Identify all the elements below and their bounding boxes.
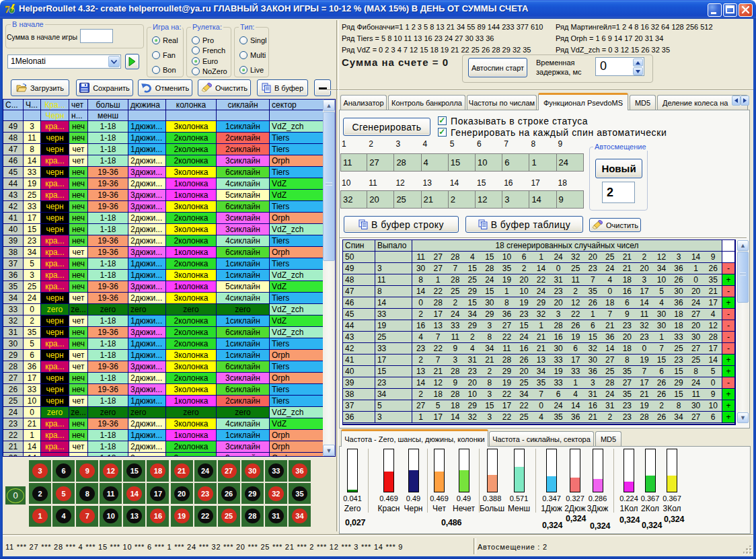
history-table-scrollbar[interactable]: ▲ ▼: [323, 100, 335, 456]
autospin-start-button[interactable]: Автоспин старт: [468, 58, 527, 77]
board-cell-20[interactable]: 20: [171, 483, 193, 505]
checkbox-show-status-box[interactable]: ✓: [438, 116, 447, 125]
board-cell-24[interactable]: 24: [194, 460, 217, 482]
history-scroll-thumb[interactable]: [323, 112, 335, 261]
clear-small-button[interactable]: Очистить: [589, 218, 641, 232]
table-row[interactable]: 2836кра...чет19-363дюжи...3колонка6сикла…: [3, 361, 324, 373]
freq-tab-1[interactable]: Частота - Zero, шансы, дюжины, колонки: [341, 429, 488, 447]
maximize-button[interactable]: [723, 3, 737, 17]
radio-real[interactable]: Real: [152, 36, 178, 44]
board-cell-26[interactable]: 26: [218, 483, 240, 505]
table-row[interactable]: 2321кра...неч19-362дюжи...3колонка4сикла…: [3, 418, 324, 430]
radio-pro[interactable]: Pro: [192, 36, 214, 44]
start-sum-input[interactable]: [80, 29, 113, 43]
copy-table-button[interactable]: В буфер таблицу: [465, 216, 583, 233]
radio-euro[interactable]: Euro: [192, 57, 218, 65]
board-cell-22[interactable]: 22: [194, 506, 217, 527]
board-cell-14[interactable]: 14: [123, 483, 145, 505]
radio-nozero[interactable]: NoZero: [192, 67, 227, 75]
table-row[interactable]: 330zeroze...zerozerozerozeroVdZ_zch: [3, 304, 324, 315]
spin-table-scrollbar[interactable]: ▲ ▼: [737, 240, 749, 423]
table-row[interactable]: 221кра...неч1-181дюжи...1колонка1сиклайн…: [3, 430, 324, 441]
close-button[interactable]: [739, 3, 753, 17]
tab-3[interactable]: Частоты по числам: [467, 95, 537, 110]
table-row[interactable]: 42332322943411162130632141807252717-: [343, 343, 735, 355]
board-cell-21[interactable]: 21: [171, 460, 193, 482]
table-row[interactable]: 37527518291517220241416312319283010+: [343, 400, 735, 412]
radio-singl[interactable]: Singl: [239, 36, 266, 44]
table-row[interactable]: 240zeroze...zerozerozerozeroVdZ_zch: [3, 407, 324, 418]
history-scroll-down-icon[interactable]: ▼: [323, 445, 335, 456]
table-row[interactable]: 40151321282322920341933362535761585+: [343, 366, 735, 377]
table-row[interactable]: 3424чернчет19-362дюжи...3колонка4сиклайн…: [3, 293, 324, 304]
board-cell-33[interactable]: 33: [265, 460, 287, 482]
table-row[interactable]: 3135черннеч19-363дюжи...2колонка6сиклайн…: [3, 327, 324, 338]
board-cell-2[interactable]: 2: [29, 483, 51, 505]
table-row[interactable]: 3631171432322254353621223282634276+: [343, 412, 735, 423]
tab-4[interactable]: Функционал PsevdoMS: [538, 93, 628, 110]
table-row[interactable]: 2114кра...чет1-182дюжи...2колонка3сиклай…: [3, 441, 324, 453]
tab-2[interactable]: Контроль банкролла: [388, 95, 465, 110]
table-row[interactable]: 4811черннеч1-181дюжи...2колонка2сиклайнT…: [3, 133, 324, 144]
table-row[interactable]: 47814222529151102423235016175302021-: [343, 286, 735, 297]
table-row[interactable]: 305кра...неч1-181дюжи...2колонка1сиклайн…: [3, 338, 324, 350]
board-cell-9[interactable]: 9: [76, 460, 98, 482]
board-cell-4[interactable]: 4: [52, 506, 75, 527]
board-cell-13[interactable]: 13: [123, 506, 145, 527]
board-cell-17[interactable]: 17: [147, 483, 169, 505]
board-cell-27[interactable]: 27: [218, 460, 240, 482]
table-row[interactable]: 493кра...неч1-181дюжи...3колонка1сиклайн…: [3, 121, 324, 133]
table-row[interactable]: 49330277152835214025232421203436126-: [343, 263, 735, 274]
radio-multi[interactable]: Multi: [239, 51, 266, 59]
tab-1[interactable]: Анализатор: [340, 95, 387, 110]
delay-spin-down-icon[interactable]: [633, 67, 643, 75]
table-row[interactable]: 4419кра...неч19-362дюжи...1колонка4сикла…: [3, 178, 324, 190]
table-row[interactable]: 411727331212826133317302781915232514+: [343, 355, 735, 366]
table-row[interactable]: 4015черннеч1-182дюжи...3колонка3сиклайнV…: [3, 224, 324, 235]
radio-french[interactable]: French: [192, 46, 225, 54]
table-row[interactable]: 4117черннеч1-182дюжи...2колонка3сиклайнO…: [3, 213, 324, 224]
table-row[interactable]: 4325кра...неч19-363дюжи...1колонка5сикла…: [3, 190, 324, 201]
toolbar-button-clear[interactable]: Очистить: [198, 79, 251, 96]
table-row[interactable]: 4614кра...чет1-182дюжи...2колонка3сиклай…: [3, 155, 324, 167]
board-cell-11[interactable]: 11: [100, 483, 122, 505]
table-row[interactable]: 3834218281032234764312435212615119+: [343, 389, 735, 400]
table-row[interactable]: 4533217243429362332322179113018274-: [343, 309, 735, 320]
board-cell-8[interactable]: 8: [76, 483, 98, 505]
new-button[interactable]: Новый: [595, 159, 642, 178]
freq-tab-3[interactable]: MD5: [595, 431, 621, 446]
toolbar-button-save[interactable]: Сохранить: [76, 79, 133, 96]
table-row[interactable]: 4233черннеч19-363дюжи...3колонка6сиклайн…: [3, 201, 324, 213]
radio-bon[interactable]: Bon: [152, 66, 176, 74]
toolbar-button-undo[interactable]: Отменить: [138, 79, 192, 96]
board-cell-25[interactable]: 25: [218, 506, 240, 527]
table-row[interactable]: 363кра...неч1-181дюжи...3колонка1сиклайн…: [3, 270, 324, 281]
board-cell-34[interactable]: 34: [289, 506, 311, 527]
board-cell-32[interactable]: 32: [265, 483, 287, 505]
table-row[interactable]: 2014кра...чет1-182дюжи...2колонка3сиклай…: [3, 453, 324, 457]
tabs-scroll-right-icon[interactable]: [741, 96, 749, 106]
table-row[interactable]: 50112728415106124322025212123149: [343, 252, 735, 263]
tab-5[interactable]: MD5: [630, 95, 656, 110]
radio-live[interactable]: Live: [239, 66, 264, 74]
autoshift-input[interactable]: 2: [602, 182, 635, 203]
radio-fan[interactable]: Fan: [152, 51, 176, 59]
table-row[interactable]: 2633черннеч19-363дюжи...3колонка6сиклайн…: [3, 384, 324, 396]
combobox-dropdown-icon[interactable]: [108, 56, 120, 67]
board-cell-6[interactable]: 6: [52, 460, 75, 482]
history-scroll-up-icon[interactable]: ▲: [323, 100, 335, 111]
table-row[interactable]: 478чернчет1-181дюжи...2колонка2сиклайнTi…: [3, 144, 324, 155]
board-cell-3[interactable]: 3: [29, 460, 51, 482]
checkbox-show-status[interactable]: ✓ Показывать в строке статуса: [438, 116, 588, 126]
checkbox-generate-each-spin[interactable]: ✓ Генерировать на каждый спин автоматиче…: [438, 127, 667, 138]
table-row[interactable]: 322чернчет1-181дюжи...2колонка1сиклайнVd…: [3, 315, 324, 327]
board-cell-29[interactable]: 29: [241, 483, 264, 505]
table-row[interactable]: 46140282153081929201226186144362417+: [343, 297, 735, 309]
checkbox-generate-each-spin-box[interactable]: ✓: [438, 128, 447, 137]
board-cell-30[interactable]: 30: [241, 460, 264, 482]
play-button[interactable]: [125, 54, 139, 69]
table-row[interactable]: С...Ч...Кра...четбольшдюжинаколонкасикла…: [3, 100, 324, 110]
board-cell-7[interactable]: 7: [76, 506, 98, 527]
board-cell-5[interactable]: 5: [52, 483, 75, 505]
board-cell-15[interactable]: 15: [123, 460, 145, 482]
